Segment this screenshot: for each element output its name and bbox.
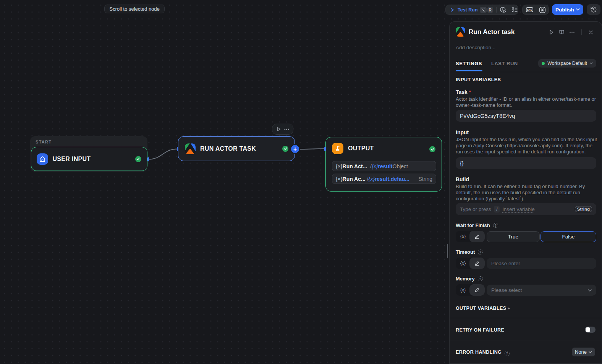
svg-text:ENV: ENV — [527, 8, 532, 11]
